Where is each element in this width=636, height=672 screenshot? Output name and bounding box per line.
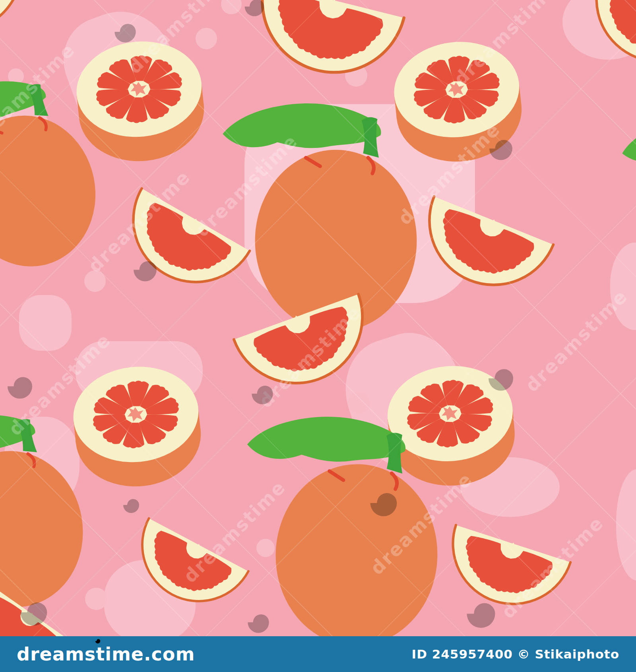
pattern-canvas: dreamstime dreamstime dreamstime dreamst… [0, 0, 636, 636]
background-blob [19, 295, 72, 351]
logo-swirl-icon [92, 637, 104, 645]
background-blob [610, 243, 636, 330]
background-dot [84, 270, 106, 292]
grapefruit-half [68, 29, 213, 174]
background-dot [221, 0, 242, 14]
logo-text: dreamstime.com [17, 643, 195, 665]
footer-bar: dreamstime.com ID 245957400 © Stikaiphot… [0, 636, 636, 672]
background-blob [616, 469, 636, 581]
leaf-icon [613, 92, 636, 183]
whole-orange [239, 388, 462, 636]
dreamstime-logo: dreamstime.com [17, 643, 195, 665]
stock-image-page: dreamstime dreamstime dreamstime dreamst… [0, 0, 636, 672]
grapefruit-half [65, 354, 210, 499]
image-credit: ID 245957400 © Stikaiphoto [412, 647, 619, 661]
